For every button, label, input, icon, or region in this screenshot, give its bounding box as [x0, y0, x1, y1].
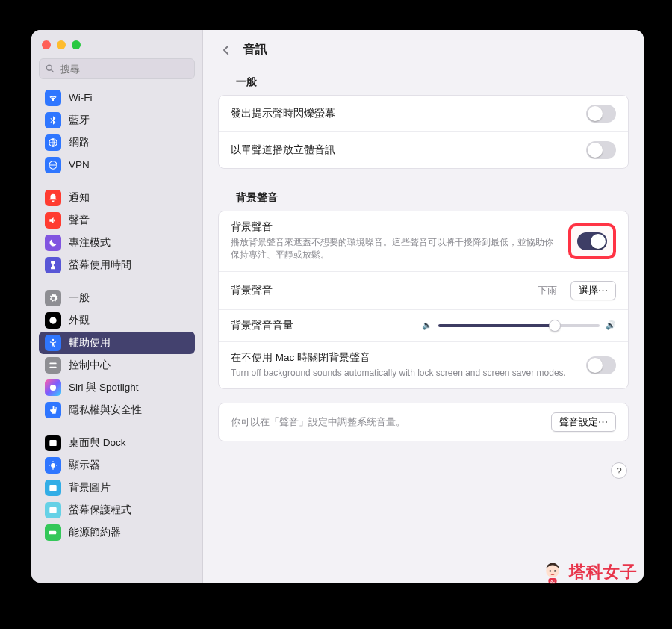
bg-sound-label: 背景聲音	[231, 284, 529, 297]
sidebar-item-vpn[interactable]: VPN	[39, 154, 195, 176]
speaker-icon	[45, 212, 61, 229]
svg-point-8	[50, 385, 56, 391]
sidebar-item-label: Siri 與 Spotlight	[69, 379, 139, 396]
header: 音訊	[203, 30, 644, 66]
sidebar-item-label: 網路	[69, 134, 90, 151]
svg-point-16	[51, 486, 52, 488]
sidebar-item-sound[interactable]: 聲音	[39, 209, 195, 232]
sidebar-item-label: 隱私權與安全性	[69, 402, 142, 418]
flash-screen-toggle[interactable]	[586, 105, 616, 123]
hand-icon	[45, 402, 61, 418]
sidebar-item-privacy[interactable]: 隱私權與安全性	[39, 399, 195, 421]
mono-audio-label: 以單聲道播放立體音訊	[231, 143, 577, 157]
bg-enable-label: 背景聲音	[231, 220, 559, 234]
bell-icon	[45, 190, 61, 206]
page-title: 音訊	[243, 42, 267, 58]
svg-rect-9	[49, 440, 56, 446]
sidebar-item-screentime[interactable]: 螢幕使用時間	[39, 254, 195, 276]
bg-volume-slider[interactable]	[438, 324, 600, 327]
speaker-high-icon: 🔊	[606, 320, 616, 330]
annotation-highlight	[568, 223, 616, 259]
bg-enable-toggle[interactable]	[577, 232, 607, 250]
bg-auto-off-toggle[interactable]	[586, 356, 616, 374]
sidebar: Wi-Fi 藍牙 網路 VPN 通知 聲音	[31, 30, 203, 583]
bg-volume-slider-container: 🔈 🔊	[422, 320, 616, 330]
section-general-title: 一般	[203, 66, 644, 95]
sidebar-item-displays[interactable]: 顯示器	[39, 454, 195, 477]
sidebar-item-label: 專注模式	[69, 235, 111, 251]
sliders-icon	[45, 357, 61, 374]
slider-thumb[interactable]	[549, 320, 561, 332]
sidebar-item-accessibility[interactable]: 輔助使用	[39, 332, 195, 354]
close-window-button[interactable]	[42, 40, 51, 49]
globe-icon	[45, 134, 61, 151]
screensaver-icon	[45, 502, 61, 518]
sound-settings-button[interactable]: 聲音設定⋯	[551, 412, 616, 432]
wifi-icon	[45, 90, 61, 106]
row-bg-sound-select: 背景聲音 下雨 選擇⋯	[219, 272, 628, 310]
sidebar-item-label: VPN	[69, 157, 90, 173]
sidebar-item-notifications[interactable]: 通知	[39, 187, 195, 209]
help-button[interactable]: ?	[611, 462, 627, 479]
main-content: 音訊 一般 發出提示聲時閃爍螢幕 以單聲道播放立體音訊 背景聲音 背景聲音 播放…	[203, 30, 644, 583]
row-bg-enable: 背景聲音 播放背景聲音來遮蓋不想要的環境噪音。這些聲音可以將干擾降到最低，並協助…	[219, 211, 628, 272]
svg-point-10	[51, 463, 55, 468]
zoom-window-button[interactable]	[72, 40, 81, 49]
bg-sound-value: 下雨	[538, 284, 557, 297]
sidebar-item-desktop-dock[interactable]: 桌面與 Dock	[39, 432, 195, 454]
sidebar-item-label: 通知	[69, 190, 90, 206]
sidebar-item-label: 能源節約器	[69, 524, 121, 541]
sidebar-item-wallpaper[interactable]: 背景圖片	[39, 477, 195, 499]
row-flash-screen: 發出提示聲時閃爍螢幕	[219, 96, 628, 132]
sidebar-item-network[interactable]: 網路	[39, 131, 195, 154]
battery-icon	[45, 524, 61, 541]
svg-rect-7	[49, 367, 56, 368]
sidebar-item-general[interactable]: 一般	[39, 287, 195, 309]
sidebar-item-control-center[interactable]: 控制中心	[39, 354, 195, 377]
sidebar-item-label: Wi-Fi	[69, 90, 92, 106]
settings-window: Wi-Fi 藍牙 網路 VPN 通知 聲音	[31, 30, 644, 583]
sidebar-item-appearance[interactable]: 外觀	[39, 309, 195, 332]
panel-general: 發出提示聲時閃爍螢幕 以單聲道播放立體音訊	[218, 95, 629, 169]
appearance-icon	[45, 312, 61, 329]
sidebar-item-focus[interactable]: 專注模式	[39, 232, 195, 254]
sidebar-item-label: 藍牙	[69, 112, 90, 128]
mono-audio-toggle[interactable]	[586, 141, 616, 159]
bluetooth-icon	[45, 112, 61, 128]
back-button[interactable]	[220, 43, 233, 57]
bg-auto-off-description: Turn off background sounds automatically…	[231, 367, 577, 379]
panel-footnote: 你可以在「聲音」設定中調整系統音量。 聲音設定⋯	[218, 403, 629, 441]
svg-rect-18	[49, 531, 56, 535]
siri-icon	[45, 379, 61, 396]
bg-auto-off-label: 在不使用 Mac 時關閉背景聲音	[231, 351, 577, 365]
dock-icon	[45, 435, 61, 451]
sidebar-item-label: 桌面與 Dock	[69, 435, 126, 451]
section-bg-title: 背景聲音	[203, 182, 644, 211]
svg-rect-17	[49, 507, 56, 513]
sidebar-item-siri[interactable]: Siri 與 Spotlight	[39, 377, 195, 399]
vpn-icon	[45, 157, 61, 173]
row-bg-auto-off: 在不使用 Mac 時關閉背景聲音 Turn off background sou…	[219, 342, 628, 388]
sidebar-item-screensaver[interactable]: 螢幕保護程式	[39, 499, 195, 521]
svg-rect-19	[57, 532, 57, 533]
svg-rect-6	[49, 363, 56, 365]
sidebar-group-network: Wi-Fi 藍牙 網路 VPN	[39, 87, 195, 176]
search-field[interactable]	[39, 58, 195, 79]
panel-background-sound: 背景聲音 播放背景聲音來遮蓋不想要的環境噪音。這些聲音可以將干擾降到最低，並協助…	[218, 211, 629, 389]
sidebar-group-desktop: 桌面與 Dock 顯示器 背景圖片 螢幕保護程式 能源節約器	[39, 432, 195, 544]
sidebar-item-energy[interactable]: 能源節約器	[39, 521, 195, 544]
search-icon	[45, 63, 55, 74]
sidebar-item-label: 控制中心	[69, 357, 111, 374]
row-footnote: 你可以在「聲音」設定中調整系統音量。 聲音設定⋯	[219, 403, 628, 441]
svg-rect-15	[49, 485, 56, 491]
sidebar-item-bluetooth[interactable]: 藍牙	[39, 109, 195, 131]
search-input[interactable]	[39, 58, 195, 79]
sidebar-item-label: 顯示器	[69, 457, 100, 474]
wallpaper-icon	[45, 480, 61, 496]
minimize-window-button[interactable]	[57, 40, 66, 49]
bg-volume-label: 背景聲音音量	[231, 319, 413, 332]
sidebar-item-wifi[interactable]: Wi-Fi	[39, 87, 195, 109]
svg-point-4	[49, 317, 56, 323]
bg-sound-choose-button[interactable]: 選擇⋯	[570, 281, 616, 300]
sidebar-item-label: 輔助使用	[69, 335, 111, 351]
